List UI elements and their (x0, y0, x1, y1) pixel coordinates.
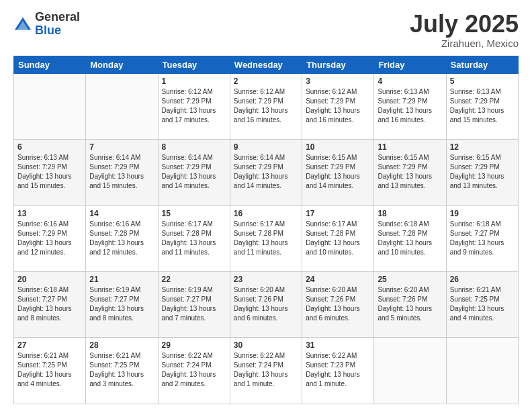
day-number: 27 (17, 340, 82, 350)
day-info: Sunrise: 6:21 AM Sunset: 7:25 PM Dayligh… (89, 351, 154, 389)
day-info: Sunrise: 6:13 AM Sunset: 7:29 PM Dayligh… (378, 87, 442, 125)
day-number: 4 (378, 77, 442, 86)
table-row: 11Sunrise: 6:15 AM Sunset: 7:29 PM Dayli… (374, 140, 446, 205)
day-number: 21 (89, 275, 154, 284)
table-row: 18Sunrise: 6:18 AM Sunset: 7:28 PM Dayli… (374, 205, 446, 271)
day-number: 17 (306, 209, 370, 218)
table-row: 21Sunrise: 6:19 AM Sunset: 7:27 PM Dayli… (86, 272, 158, 338)
table-row: 4Sunrise: 6:13 AM Sunset: 7:29 PM Daylig… (374, 73, 446, 139)
calendar-week-row: 13Sunrise: 6:16 AM Sunset: 7:29 PM Dayli… (14, 205, 519, 271)
day-info: Sunrise: 6:14 AM Sunset: 7:29 PM Dayligh… (89, 153, 154, 191)
table-row: 31Sunrise: 6:22 AM Sunset: 7:23 PM Dayli… (302, 338, 374, 404)
table-row: 25Sunrise: 6:20 AM Sunset: 7:26 PM Dayli… (374, 272, 446, 338)
table-row: 12Sunrise: 6:15 AM Sunset: 7:29 PM Dayli… (446, 140, 518, 205)
day-info: Sunrise: 6:17 AM Sunset: 7:28 PM Dayligh… (234, 220, 298, 257)
calendar-table: Sunday Monday Tuesday Wednesday Thursday… (13, 56, 519, 404)
day-number: 23 (234, 275, 298, 284)
table-row: 22Sunrise: 6:19 AM Sunset: 7:27 PM Dayli… (158, 272, 230, 338)
table-row: 8Sunrise: 6:14 AM Sunset: 7:29 PM Daylig… (158, 140, 230, 205)
page: General Blue July 2025 Zirahuen, Mexico … (0, 0, 532, 411)
day-info: Sunrise: 6:21 AM Sunset: 7:25 PM Dayligh… (450, 285, 515, 323)
table-row: 27Sunrise: 6:21 AM Sunset: 7:25 PM Dayli… (14, 338, 86, 404)
header: General Blue July 2025 Zirahuen, Mexico (13, 11, 519, 49)
day-info: Sunrise: 6:16 AM Sunset: 7:28 PM Dayligh… (89, 220, 154, 257)
day-number: 19 (450, 209, 515, 218)
day-number: 13 (17, 209, 82, 218)
day-info: Sunrise: 6:22 AM Sunset: 7:23 PM Dayligh… (306, 351, 370, 389)
table-row: 6Sunrise: 6:13 AM Sunset: 7:29 PM Daylig… (14, 140, 86, 205)
day-info: Sunrise: 6:14 AM Sunset: 7:29 PM Dayligh… (234, 153, 298, 191)
table-row: 23Sunrise: 6:20 AM Sunset: 7:26 PM Dayli… (230, 272, 302, 338)
day-number: 28 (89, 340, 154, 350)
day-info: Sunrise: 6:17 AM Sunset: 7:28 PM Dayligh… (306, 220, 370, 257)
table-row: 7Sunrise: 6:14 AM Sunset: 7:29 PM Daylig… (86, 140, 158, 205)
location-subtitle: Zirahuen, Mexico (410, 38, 519, 49)
day-info: Sunrise: 6:19 AM Sunset: 7:27 PM Dayligh… (162, 285, 226, 323)
table-row (14, 73, 86, 139)
logo: General Blue (13, 11, 80, 38)
day-number: 25 (378, 275, 442, 284)
day-info: Sunrise: 6:18 AM Sunset: 7:27 PM Dayligh… (17, 285, 82, 323)
table-row: 16Sunrise: 6:17 AM Sunset: 7:28 PM Dayli… (230, 205, 302, 271)
calendar-header-row: Sunday Monday Tuesday Wednesday Thursday… (14, 56, 519, 73)
day-info: Sunrise: 6:16 AM Sunset: 7:29 PM Dayligh… (17, 220, 82, 257)
table-row: 1Sunrise: 6:12 AM Sunset: 7:29 PM Daylig… (158, 73, 230, 139)
day-info: Sunrise: 6:13 AM Sunset: 7:29 PM Dayligh… (450, 87, 515, 125)
day-number: 5 (450, 77, 515, 86)
table-row: 28Sunrise: 6:21 AM Sunset: 7:25 PM Dayli… (86, 338, 158, 404)
col-tuesday: Tuesday (158, 56, 230, 73)
day-number: 26 (450, 275, 515, 284)
table-row (446, 338, 518, 404)
table-row: 2Sunrise: 6:12 AM Sunset: 7:29 PM Daylig… (230, 73, 302, 139)
day-number: 10 (306, 142, 370, 152)
day-info: Sunrise: 6:20 AM Sunset: 7:26 PM Dayligh… (306, 285, 370, 323)
table-row: 9Sunrise: 6:14 AM Sunset: 7:29 PM Daylig… (230, 140, 302, 205)
col-friday: Friday (374, 56, 446, 73)
table-row (374, 338, 446, 404)
table-row: 15Sunrise: 6:17 AM Sunset: 7:28 PM Dayli… (158, 205, 230, 271)
day-number: 20 (17, 275, 82, 284)
day-number: 7 (89, 142, 154, 152)
day-number: 2 (234, 77, 298, 86)
col-thursday: Thursday (302, 56, 374, 73)
logo-general: General (35, 10, 80, 24)
day-info: Sunrise: 6:21 AM Sunset: 7:25 PM Dayligh… (17, 351, 82, 389)
calendar-week-row: 27Sunrise: 6:21 AM Sunset: 7:25 PM Dayli… (14, 338, 519, 404)
table-row: 20Sunrise: 6:18 AM Sunset: 7:27 PM Dayli… (14, 272, 86, 338)
day-info: Sunrise: 6:20 AM Sunset: 7:26 PM Dayligh… (234, 285, 298, 323)
day-info: Sunrise: 6:15 AM Sunset: 7:29 PM Dayligh… (450, 153, 515, 191)
day-info: Sunrise: 6:17 AM Sunset: 7:28 PM Dayligh… (162, 220, 226, 257)
logo-icon (13, 15, 32, 34)
calendar-week-row: 20Sunrise: 6:18 AM Sunset: 7:27 PM Dayli… (14, 272, 519, 338)
calendar-week-row: 1Sunrise: 6:12 AM Sunset: 7:29 PM Daylig… (14, 73, 519, 139)
day-number: 12 (450, 142, 515, 152)
day-info: Sunrise: 6:15 AM Sunset: 7:29 PM Dayligh… (306, 153, 370, 191)
day-number: 31 (306, 340, 370, 350)
day-number: 22 (162, 275, 226, 284)
table-row: 10Sunrise: 6:15 AM Sunset: 7:29 PM Dayli… (302, 140, 374, 205)
day-info: Sunrise: 6:14 AM Sunset: 7:29 PM Dayligh… (162, 153, 226, 191)
day-info: Sunrise: 6:18 AM Sunset: 7:27 PM Dayligh… (450, 220, 515, 257)
day-number: 1 (162, 77, 226, 86)
day-number: 11 (378, 142, 442, 152)
table-row: 5Sunrise: 6:13 AM Sunset: 7:29 PM Daylig… (446, 73, 518, 139)
table-row: 13Sunrise: 6:16 AM Sunset: 7:29 PM Dayli… (14, 205, 86, 271)
day-number: 18 (378, 209, 442, 218)
day-info: Sunrise: 6:19 AM Sunset: 7:27 PM Dayligh… (89, 285, 154, 323)
day-info: Sunrise: 6:22 AM Sunset: 7:24 PM Dayligh… (162, 351, 226, 389)
day-number: 14 (89, 209, 154, 218)
day-number: 29 (162, 340, 226, 350)
col-wednesday: Wednesday (230, 56, 302, 73)
day-number: 9 (234, 142, 298, 152)
day-number: 15 (162, 209, 226, 218)
day-info: Sunrise: 6:13 AM Sunset: 7:29 PM Dayligh… (17, 153, 82, 191)
table-row: 30Sunrise: 6:22 AM Sunset: 7:24 PM Dayli… (230, 338, 302, 404)
day-info: Sunrise: 6:12 AM Sunset: 7:29 PM Dayligh… (306, 87, 370, 125)
table-row: 14Sunrise: 6:16 AM Sunset: 7:28 PM Dayli… (86, 205, 158, 271)
table-row: 29Sunrise: 6:22 AM Sunset: 7:24 PM Dayli… (158, 338, 230, 404)
day-info: Sunrise: 6:12 AM Sunset: 7:29 PM Dayligh… (234, 87, 298, 125)
day-number: 6 (17, 142, 82, 152)
day-info: Sunrise: 6:22 AM Sunset: 7:24 PM Dayligh… (234, 351, 298, 389)
day-info: Sunrise: 6:12 AM Sunset: 7:29 PM Dayligh… (162, 87, 226, 125)
day-info: Sunrise: 6:20 AM Sunset: 7:26 PM Dayligh… (378, 285, 442, 323)
